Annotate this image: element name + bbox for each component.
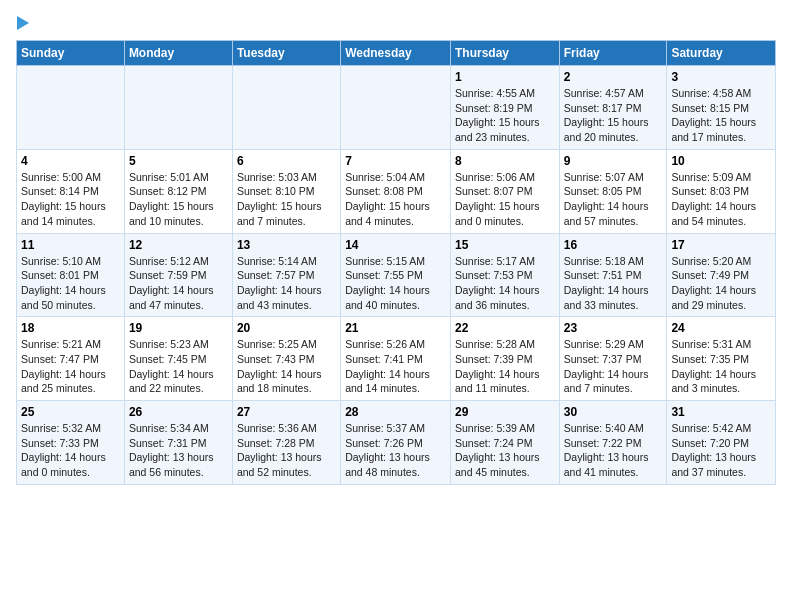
cell-text-line: Daylight: 15 hours [455,199,555,214]
cell-text-line: Sunrise: 5:20 AM [671,254,771,269]
day-number: 15 [455,238,555,252]
calendar-cell: 10Sunrise: 5:09 AMSunset: 8:03 PMDayligh… [667,149,776,233]
cell-text-line: and 4 minutes. [345,214,446,229]
calendar-cell: 16Sunrise: 5:18 AMSunset: 7:51 PMDayligh… [559,233,667,317]
cell-text-line: Sunset: 8:05 PM [564,184,663,199]
cell-text-line: and 43 minutes. [237,298,336,313]
cell-text-line: Sunrise: 5:12 AM [129,254,228,269]
cell-text-line: Sunset: 7:45 PM [129,352,228,367]
day-number: 8 [455,154,555,168]
calendar-cell: 30Sunrise: 5:40 AMSunset: 7:22 PMDayligh… [559,401,667,485]
day-number: 2 [564,70,663,84]
cell-text-line: Sunset: 8:03 PM [671,184,771,199]
cell-text-line: Daylight: 14 hours [129,283,228,298]
cell-text-line: Sunrise: 5:00 AM [21,170,120,185]
cell-text-line: and 22 minutes. [129,381,228,396]
cell-text-line: Sunrise: 5:40 AM [564,421,663,436]
cell-text-line: Sunrise: 4:57 AM [564,86,663,101]
cell-text-line: Sunset: 7:20 PM [671,436,771,451]
cell-text-line: Sunset: 7:24 PM [455,436,555,451]
calendar-cell: 7Sunrise: 5:04 AMSunset: 8:08 PMDaylight… [341,149,451,233]
cell-text-line: Daylight: 14 hours [564,367,663,382]
cell-text-line: Sunset: 7:51 PM [564,268,663,283]
day-number: 17 [671,238,771,252]
cell-text-line: Daylight: 15 hours [345,199,446,214]
calendar-cell: 29Sunrise: 5:39 AMSunset: 7:24 PMDayligh… [450,401,559,485]
day-number: 7 [345,154,446,168]
calendar-cell: 20Sunrise: 5:25 AMSunset: 7:43 PMDayligh… [232,317,340,401]
cell-text-line: Sunset: 7:33 PM [21,436,120,451]
calendar-cell: 8Sunrise: 5:06 AMSunset: 8:07 PMDaylight… [450,149,559,233]
calendar-cell: 23Sunrise: 5:29 AMSunset: 7:37 PMDayligh… [559,317,667,401]
cell-text-line: Sunset: 7:55 PM [345,268,446,283]
day-number: 21 [345,321,446,335]
cell-text-line: Daylight: 13 hours [455,450,555,465]
cell-text-line: Sunrise: 5:18 AM [564,254,663,269]
day-number: 26 [129,405,228,419]
cell-text-line: Daylight: 14 hours [345,283,446,298]
day-number: 14 [345,238,446,252]
day-number: 30 [564,405,663,419]
cell-text-line: Sunset: 7:35 PM [671,352,771,367]
calendar-header-friday: Friday [559,41,667,66]
cell-text-line: Sunset: 7:37 PM [564,352,663,367]
cell-text-line: Daylight: 15 hours [564,115,663,130]
cell-text-line: and 47 minutes. [129,298,228,313]
cell-text-line: Sunrise: 5:17 AM [455,254,555,269]
cell-text-line: and 48 minutes. [345,465,446,480]
cell-text-line: Sunset: 7:43 PM [237,352,336,367]
cell-text-line: Daylight: 14 hours [671,283,771,298]
cell-text-line: and 41 minutes. [564,465,663,480]
cell-text-line: and 17 minutes. [671,130,771,145]
calendar-cell: 18Sunrise: 5:21 AMSunset: 7:47 PMDayligh… [17,317,125,401]
cell-text-line: Sunset: 8:01 PM [21,268,120,283]
cell-text-line: Sunrise: 5:34 AM [129,421,228,436]
cell-text-line: and 36 minutes. [455,298,555,313]
calendar-cell [232,66,340,150]
calendar-header-thursday: Thursday [450,41,559,66]
day-number: 1 [455,70,555,84]
day-number: 10 [671,154,771,168]
cell-text-line: Sunrise: 5:25 AM [237,337,336,352]
day-number: 29 [455,405,555,419]
calendar-header-row: SundayMondayTuesdayWednesdayThursdayFrid… [17,41,776,66]
day-number: 23 [564,321,663,335]
calendar-cell: 22Sunrise: 5:28 AMSunset: 7:39 PMDayligh… [450,317,559,401]
calendar-cell: 15Sunrise: 5:17 AMSunset: 7:53 PMDayligh… [450,233,559,317]
cell-text-line: Sunrise: 4:58 AM [671,86,771,101]
cell-text-line: Daylight: 15 hours [129,199,228,214]
calendar-table: SundayMondayTuesdayWednesdayThursdayFrid… [16,40,776,485]
day-number: 4 [21,154,120,168]
cell-text-line: Sunrise: 5:29 AM [564,337,663,352]
day-number: 31 [671,405,771,419]
cell-text-line: Sunset: 7:41 PM [345,352,446,367]
cell-text-line: and 45 minutes. [455,465,555,480]
day-number: 28 [345,405,446,419]
cell-text-line: Daylight: 15 hours [237,199,336,214]
calendar-week-row: 4Sunrise: 5:00 AMSunset: 8:14 PMDaylight… [17,149,776,233]
cell-text-line: Sunset: 8:19 PM [455,101,555,116]
cell-text-line: Sunrise: 5:15 AM [345,254,446,269]
calendar-cell: 31Sunrise: 5:42 AMSunset: 7:20 PMDayligh… [667,401,776,485]
calendar-cell: 26Sunrise: 5:34 AMSunset: 7:31 PMDayligh… [124,401,232,485]
calendar-header-monday: Monday [124,41,232,66]
cell-text-line: and 7 minutes. [564,381,663,396]
day-number: 22 [455,321,555,335]
cell-text-line: and 57 minutes. [564,214,663,229]
day-number: 12 [129,238,228,252]
header [16,16,776,30]
cell-text-line: Sunset: 7:49 PM [671,268,771,283]
calendar-header-tuesday: Tuesday [232,41,340,66]
calendar-cell: 21Sunrise: 5:26 AMSunset: 7:41 PMDayligh… [341,317,451,401]
cell-text-line: Daylight: 14 hours [671,367,771,382]
cell-text-line: Sunrise: 5:03 AM [237,170,336,185]
cell-text-line: Daylight: 14 hours [237,283,336,298]
calendar-header-wednesday: Wednesday [341,41,451,66]
calendar-week-row: 11Sunrise: 5:10 AMSunset: 8:01 PMDayligh… [17,233,776,317]
day-number: 5 [129,154,228,168]
cell-text-line: Sunset: 7:26 PM [345,436,446,451]
cell-text-line: Sunset: 7:53 PM [455,268,555,283]
cell-text-line: Daylight: 13 hours [129,450,228,465]
calendar-cell: 1Sunrise: 4:55 AMSunset: 8:19 PMDaylight… [450,66,559,150]
cell-text-line: and 52 minutes. [237,465,336,480]
